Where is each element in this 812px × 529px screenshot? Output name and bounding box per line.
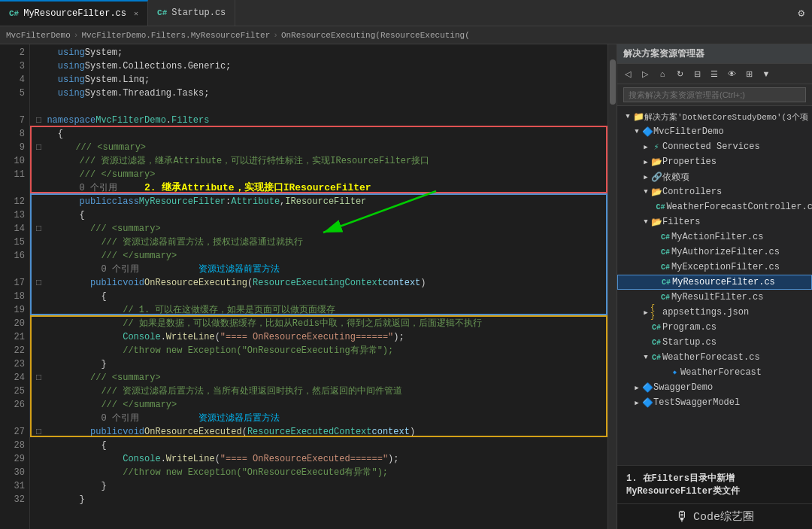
settings-icon[interactable]: ⚙ [791, 7, 812, 20]
sol-more-button[interactable]: ▼ [759, 66, 774, 81]
sol-properties-button[interactable]: ☰ [707, 66, 722, 81]
filters-folder-icon: 📂 [650, 216, 662, 228]
tree-myresourcefilter[interactable]: C# MyResourceFilter.cs [617, 275, 812, 290]
code-line-30: //throw new Exception("OnResourceExecute… [36, 466, 611, 479]
tab-bar: C# MyResourceFilter.cs ✕ C# Startup.cs ⚙ [0, 0, 812, 26]
controllers-folder-icon: 📂 [650, 186, 662, 198]
solution-root-label: 解决方案'DotNetCoreStudyDemo'(3个项 [644, 111, 808, 123]
cs-file-icon-startup: C# [650, 336, 662, 348]
expand-mrf-icon [651, 278, 660, 286]
tree-dependencies[interactable]: ▶ 🔗 依赖项 [617, 169, 812, 184]
sol-forward-button[interactable]: ▷ [638, 66, 653, 81]
code-line-25: /// 资源过滤器后置方法，当所有处理返回时执行，然后返回的中间件管道 [36, 385, 611, 398]
tree-startupcs[interactable]: C# Startup.cs [617, 335, 812, 350]
tab-startup[interactable]: C# Startup.cs [148, 0, 235, 26]
breadcrumb-sep2: › [273, 31, 278, 40]
tree-myactionfilter[interactable]: C# MyActionFilter.cs [617, 230, 812, 245]
myexceptionfilter-label: MyExceptionFilter.cs [671, 262, 780, 272]
code-line-4: using System.Linq; [36, 73, 611, 87]
tree-myexceptionfilter[interactable]: C# MyExceptionFilter.cs [617, 260, 812, 275]
sol-collapse-button[interactable]: ⊟ [689, 66, 704, 81]
tree-testswaggermodel[interactable]: ▶ 🔷 TestSwaggerModel [617, 395, 812, 410]
connected-services-icon: ⚡ [650, 141, 662, 153]
breadcrumb-project[interactable]: MvcFilterDemo [6, 31, 71, 40]
tab-myresourcefilter-label: MyResourceFilter.cs [23, 8, 126, 19]
code-line-5: using System.Threading.Tasks; [36, 87, 611, 100]
code-line-10: /// 资源过滤器，继承Attribute，可以进行特性标注，实现IResour… [36, 154, 611, 168]
mvcfilterdemo-label: MvcFilterDemo [653, 126, 724, 137]
code-line-27: □ public void OnResourceExecuted(Resourc… [36, 425, 611, 439]
code-line-18: { [36, 290, 611, 303]
properties-label: Properties [662, 157, 717, 167]
expand-mauf-icon [650, 248, 659, 256]
scrollbar[interactable] [607, 44, 617, 529]
connected-services-label: Connected Services [662, 141, 760, 152]
tab-cs-icon: C# [9, 9, 19, 18]
solution-explorer: 解决方案资源管理器 ◁ ▷ ⌂ ↻ ⊟ ☰ 👁 ⊞ ▼ [617, 44, 812, 529]
code-line-16b: 0 个引用 资源过滤器前置方法 [36, 263, 611, 276]
tree-myresultfilter[interactable]: C# MyResultFilter.cs [617, 290, 812, 305]
code-line-17: □ public void OnResourceExecuting(Resour… [36, 276, 611, 290]
sol-back-button[interactable]: ◁ [620, 66, 635, 81]
expand-appsettings-icon: ▶ [641, 309, 650, 317]
expand-tsm-icon: ▶ [632, 399, 641, 407]
code-line-11: /// </summary> [36, 168, 611, 181]
tree-programcs[interactable]: C# Program.cs [617, 320, 812, 335]
expand-swagger-icon: ▶ [632, 384, 641, 392]
code-line-16: /// </summary> [36, 249, 611, 263]
weatherforecastcontroller-label: WeatherForecastController.cs [666, 202, 812, 212]
wechat-icon: 🎙 [675, 509, 689, 524]
tab-startup-cs-icon: C# [157, 8, 167, 17]
tree-controllers[interactable]: ▼ 📂 Controllers [617, 184, 812, 199]
tab-close-icon[interactable]: ✕ [134, 9, 138, 18]
tree-connected-services[interactable]: ▶ ⚡ Connected Services [617, 139, 812, 154]
code-line-31: } [36, 479, 611, 493]
tree-mvcfilterdemo[interactable]: ▼ 🔷 MvcFilterDemo [617, 124, 812, 139]
solution-icon: 📁 [632, 111, 644, 123]
tree-properties[interactable]: ▶ 📂 Properties [617, 154, 812, 169]
code-line-14: □ /// <summary> [36, 222, 611, 236]
sol-filter-button[interactable]: ⊞ [741, 66, 756, 81]
breadcrumb-method[interactable]: OnResourceExecuting(ResourceExecuting( [281, 31, 470, 40]
tree-swaggerdemo[interactable]: ▶ 🔷 SwaggerDemo [617, 380, 812, 395]
tree-appsettings[interactable]: ▶ { } appsettings.json [617, 305, 812, 320]
testswaggermodel-label: TestSwaggerModel [653, 397, 740, 408]
code-line-29: Console.WriteLine("==== OnResourceExecut… [36, 452, 611, 466]
appsettings-label: appsettings.json [662, 307, 749, 318]
myresultfilter-label: MyResultFilter.cs [671, 292, 763, 303]
tab-startup-label: Startup.cs [171, 8, 226, 18]
tree-solution-root[interactable]: ▼ 📁 解决方案'DotNetCoreStudyDemo'(3个项 [617, 109, 812, 124]
code-line-28: { [36, 439, 611, 452]
expand-mvcfilterdemo-icon: ▼ [632, 128, 641, 135]
code-editor[interactable]: using System; using System.Collections.G… [30, 44, 617, 529]
tab-myresourcefilter[interactable]: C# MyResourceFilter.cs ✕ [0, 0, 148, 26]
expand-startupcs-icon [641, 339, 650, 346]
tree-filters-folder[interactable]: ▼ 📂 Filters [617, 214, 812, 230]
sol-preview-button[interactable]: 👁 [724, 66, 739, 81]
solution-search-input[interactable] [623, 87, 806, 102]
cs-file-icon-mauf: C# [659, 246, 671, 258]
expand-mrolf-icon [650, 293, 659, 301]
expand-programcs-icon [641, 324, 650, 331]
expand-properties-icon: ▶ [641, 158, 650, 166]
controllers-label: Controllers [662, 187, 722, 197]
code-line-24: □ /// <summary> [36, 371, 611, 385]
breadcrumb-namespace[interactable]: MvcFilterDemo.Filters.MyResourceFilter [81, 31, 270, 40]
tree-weatherforecastcontroller[interactable]: C# WeatherForecastController.cs [617, 199, 812, 214]
tree-weatherforecastcs[interactable]: ▼ C# WeatherForecast.cs [617, 350, 812, 365]
code-line-11b: 0 个引用 2. 继承Attribute，实现接口IResourceFilter [36, 181, 611, 195]
code-line-2: using System; [36, 46, 611, 59]
myactionfilter-label: MyActionFilter.cs [671, 232, 763, 242]
expand-controllers-icon: ▼ [641, 188, 650, 196]
properties-icon: 📂 [650, 156, 662, 168]
tree-weatherforecast-class[interactable]: 🔹 WeatherForecast [617, 365, 812, 380]
code-line-19: // 1. 可以在这做缓存，如果是页面可以做页面缓存 [36, 303, 611, 317]
sol-refresh-button[interactable]: ↻ [672, 66, 687, 81]
tree-myauthorizefilter[interactable]: C# MyAuthorizeFilter.cs [617, 245, 812, 260]
wechat-label: Code综艺圈 [693, 509, 754, 524]
expand-wfcs-icon: ▼ [641, 354, 650, 361]
cs-file-icon-wfc: C# [654, 201, 666, 213]
solution-tree: ▼ 📁 解决方案'DotNetCoreStudyDemo'(3个项 ▼ 🔷 Mv… [617, 106, 812, 465]
solution-search [617, 84, 812, 106]
sol-home-button[interactable]: ⌂ [655, 66, 670, 81]
